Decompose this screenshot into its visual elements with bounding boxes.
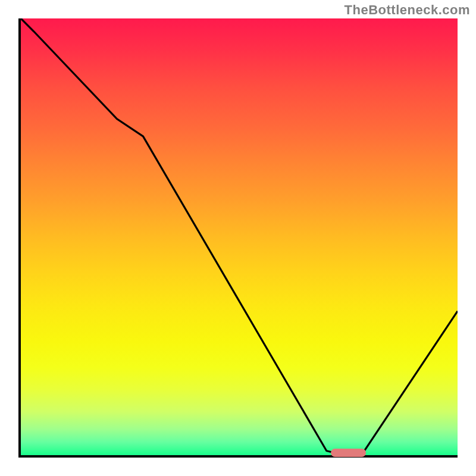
attribution-label: TheBottleneck.com (345, 2, 470, 18)
plot-area (18, 18, 458, 458)
optimal-marker (331, 449, 366, 457)
bottleneck-curve (21, 18, 458, 455)
chart-container: TheBottleneck.com (0, 0, 476, 476)
